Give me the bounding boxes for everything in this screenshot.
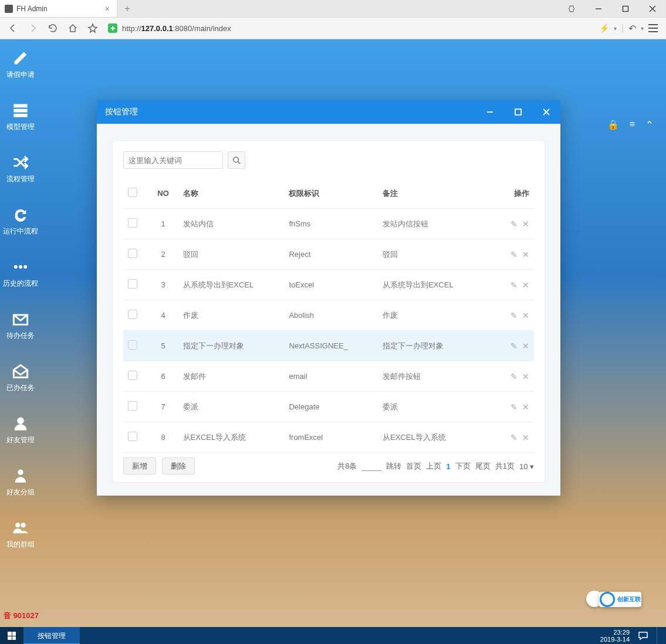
table-row[interactable]: 8从EXCEL导入系统fromExcel从EXCEL导入系统✎✕	[123, 422, 534, 453]
pager-next[interactable]: 下页	[455, 461, 471, 472]
close-icon[interactable]: ✕	[522, 311, 529, 320]
modal-minimize-icon[interactable]	[476, 100, 504, 124]
table-row[interactable]: 3从系统导出到EXCELtoExcel从系统导出到EXCEL✎✕	[123, 270, 534, 300]
cell-remark: 从EXCEL导入系统	[378, 422, 496, 453]
cell-no: 4	[148, 300, 178, 331]
edit-icon[interactable]: ✎	[511, 372, 518, 381]
pager-last[interactable]: 尾页	[475, 461, 491, 472]
window-maximize-icon[interactable]	[612, 0, 639, 18]
svg-point-11	[21, 523, 26, 527]
menu-icon[interactable]	[648, 24, 658, 32]
edit-icon[interactable]: ✎	[511, 341, 518, 351]
bookmark-button[interactable]	[84, 20, 101, 36]
close-icon[interactable]: ✕	[522, 341, 529, 351]
modal-close-icon[interactable]	[532, 100, 560, 124]
cell-remark: 作废	[378, 300, 496, 331]
close-icon[interactable]: ✕	[522, 250, 529, 259]
pager-first[interactable]: 首页	[406, 461, 421, 472]
back-button[interactable]	[5, 20, 21, 36]
edit-icon[interactable]: ✎	[511, 311, 518, 320]
start-button[interactable]	[0, 627, 23, 644]
sidebar-item-leave[interactable]: 请假申请	[6, 50, 35, 80]
new-tab-button[interactable]: +	[117, 4, 137, 14]
svg-point-9	[18, 470, 23, 475]
row-checkbox[interactable]	[128, 401, 137, 411]
show-desktop[interactable]	[657, 627, 660, 644]
close-icon[interactable]: ✕	[522, 402, 529, 412]
table-row[interactable]: 4作废Abolish作废✎✕	[123, 300, 534, 331]
cell-remark: 从系统导出到EXCEL	[378, 270, 496, 300]
close-icon[interactable]: ✕	[522, 219, 529, 229]
close-icon[interactable]: ✕	[522, 280, 529, 290]
clock[interactable]: 23:29 2019-3-14	[600, 629, 630, 643]
taskbar-item[interactable]: 按钮管理	[23, 627, 80, 644]
close-icon[interactable]: ✕	[522, 433, 529, 442]
sidebar-item-label: 请假申请	[6, 70, 35, 80]
modal-titlebar[interactable]: 按钮管理	[97, 100, 560, 124]
modal-maximize-icon[interactable]	[504, 100, 532, 124]
pager-jump-input[interactable]	[361, 462, 381, 471]
close-tab-icon[interactable]: ×	[103, 4, 112, 13]
delete-button[interactable]: 删除	[162, 457, 195, 474]
sidebar-item-my-group[interactable]: 我的群组	[6, 520, 35, 550]
pager-jump[interactable]: 跳转	[386, 461, 401, 472]
table-row[interactable]: 7委派Delegate委派✎✕	[123, 392, 534, 422]
sidebar-item-todo[interactable]: 待办任务	[6, 311, 35, 341]
browser-tab[interactable]: FH Admin ×	[0, 0, 117, 17]
chevron-down-icon[interactable]: ▾	[614, 25, 617, 32]
sidebar-item-friend-group[interactable]: 好友分组	[6, 467, 35, 497]
window-close-icon[interactable]	[639, 0, 666, 18]
edit-icon[interactable]: ✎	[511, 280, 518, 290]
row-checkbox[interactable]	[128, 249, 137, 258]
sidebar-item-history[interactable]: 历史的流程	[3, 259, 38, 289]
row-checkbox[interactable]	[128, 310, 137, 319]
cell-name: 作废	[178, 300, 285, 331]
url-input[interactable]: ✚ http://127.0.0.1:8080/main/index	[104, 21, 596, 36]
row-checkbox[interactable]	[128, 340, 137, 350]
pager-prev[interactable]: 上页	[426, 461, 441, 472]
list-icon[interactable]: ≡	[630, 119, 635, 130]
lock-icon[interactable]: 🔒	[607, 119, 619, 130]
table-row[interactable]: 5指定下一办理对象NextASSIGNEE_指定下一办理对象✎✕	[123, 331, 534, 361]
lightning-icon[interactable]: ⚡	[599, 23, 609, 33]
sidebar-item-friends[interactable]: 好友管理	[6, 415, 35, 445]
users-icon	[11, 520, 31, 536]
table-row[interactable]: 2驳回Reject驳回✎✕	[123, 239, 534, 270]
mail-open-icon	[11, 363, 31, 379]
window-minimize-icon[interactable]	[585, 0, 612, 18]
extension-icon[interactable]	[558, 0, 585, 18]
edit-icon[interactable]: ✎	[511, 402, 518, 412]
brand-logo[interactable]: 创新互联	[599, 592, 641, 607]
pager-size[interactable]: 10 ▾	[519, 462, 534, 471]
chevron-down-icon[interactable]: ▾	[641, 25, 644, 32]
table-row[interactable]: 6发邮件email发邮件按钮✎✕	[123, 361, 534, 392]
caret-up-icon[interactable]: ⌃	[645, 119, 653, 130]
notification-icon[interactable]	[638, 631, 648, 641]
row-checkbox[interactable]	[128, 279, 137, 289]
sidebar-item-model[interactable]: 模型管理	[6, 102, 35, 132]
checkbox-all[interactable]	[128, 188, 137, 197]
close-icon[interactable]: ✕	[522, 372, 529, 381]
row-checkbox[interactable]	[128, 432, 137, 441]
sidebar-item-flow[interactable]: 流程管理	[6, 154, 35, 184]
home-button[interactable]	[65, 20, 81, 36]
edit-icon[interactable]: ✎	[511, 250, 518, 259]
search-button[interactable]	[228, 151, 245, 169]
undo-icon[interactable]: ↶	[628, 23, 636, 34]
sidebar-item-done[interactable]: 已办任务	[6, 363, 35, 393]
new-button[interactable]: 新增	[123, 457, 156, 474]
sidebar-item-running[interactable]: 运行中流程	[3, 206, 38, 236]
edit-icon[interactable]: ✎	[511, 219, 518, 229]
row-checkbox[interactable]	[128, 218, 137, 228]
search-input[interactable]	[123, 151, 223, 169]
th-no: NO	[148, 178, 178, 209]
edit-icon[interactable]: ✎	[511, 433, 518, 442]
forward-button[interactable]	[25, 20, 41, 36]
cell-name: 从系统导出到EXCEL	[178, 270, 285, 300]
cell-no: 8	[148, 422, 178, 453]
table-row[interactable]: 1发站内信fhSms发站内信按钮✎✕	[123, 209, 534, 239]
row-checkbox[interactable]	[128, 371, 137, 380]
reload-button[interactable]	[45, 20, 61, 36]
cell-perm: Abolish	[284, 300, 378, 331]
tab-bar: FH Admin × +	[0, 0, 666, 18]
